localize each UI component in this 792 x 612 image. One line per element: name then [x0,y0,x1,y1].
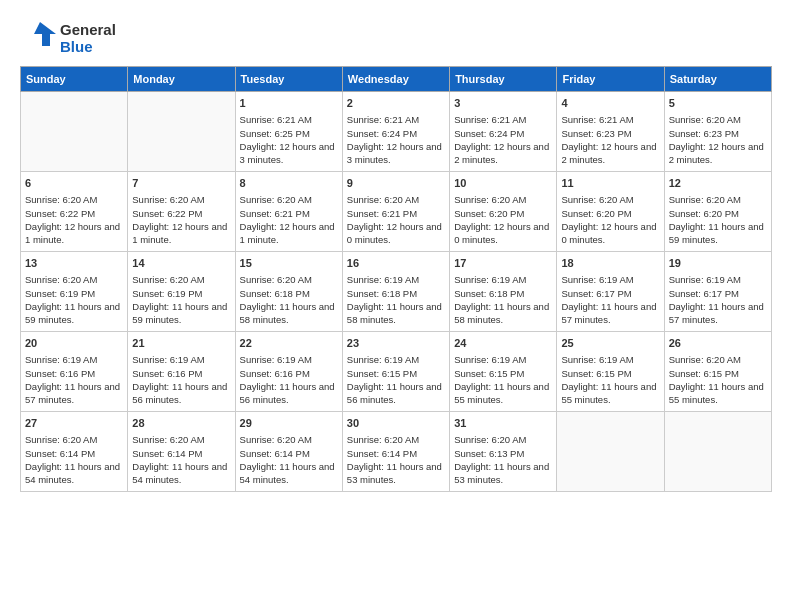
cell-info: Daylight: 12 hours and 1 minute. [25,221,120,245]
cell-info: Daylight: 12 hours and 3 minutes. [240,141,335,165]
cell-info: Sunset: 6:15 PM [454,368,524,379]
cell-info: Sunrise: 6:20 AM [240,274,312,285]
calendar-cell: 18Sunrise: 6:19 AMSunset: 6:17 PMDayligh… [557,252,664,332]
cell-info: Daylight: 11 hours and 55 minutes. [454,381,549,405]
day-number: 12 [669,176,767,191]
cell-info: Daylight: 12 hours and 0 minutes. [561,221,656,245]
cell-info: Sunrise: 6:20 AM [669,114,741,125]
calendar-cell: 30Sunrise: 6:20 AMSunset: 6:14 PMDayligh… [342,412,449,492]
calendar-cell [664,412,771,492]
cell-info: Sunrise: 6:19 AM [454,354,526,365]
calendar-cell: 29Sunrise: 6:20 AMSunset: 6:14 PMDayligh… [235,412,342,492]
cell-info: Daylight: 11 hours and 54 minutes. [132,461,227,485]
day-number: 31 [454,416,552,431]
cell-info: Daylight: 12 hours and 1 minute. [132,221,227,245]
cell-info: Sunrise: 6:20 AM [454,434,526,445]
cell-info: Sunset: 6:20 PM [669,208,739,219]
cell-info: Sunset: 6:22 PM [25,208,95,219]
cell-info: Sunrise: 6:21 AM [454,114,526,125]
cell-info: Daylight: 12 hours and 2 minutes. [454,141,549,165]
day-number: 2 [347,96,445,111]
header-friday: Friday [557,67,664,92]
cell-info: Daylight: 12 hours and 0 minutes. [347,221,442,245]
cell-info: Sunset: 6:21 PM [240,208,310,219]
cell-info: Sunrise: 6:19 AM [25,354,97,365]
calendar-cell: 13Sunrise: 6:20 AMSunset: 6:19 PMDayligh… [21,252,128,332]
calendar-cell: 12Sunrise: 6:20 AMSunset: 6:20 PMDayligh… [664,172,771,252]
cell-info: Sunrise: 6:19 AM [132,354,204,365]
day-number: 24 [454,336,552,351]
day-number: 1 [240,96,338,111]
calendar-cell: 15Sunrise: 6:20 AMSunset: 6:18 PMDayligh… [235,252,342,332]
day-number: 3 [454,96,552,111]
cell-info: Sunset: 6:15 PM [561,368,631,379]
day-number: 18 [561,256,659,271]
cell-info: Sunrise: 6:20 AM [240,434,312,445]
header-tuesday: Tuesday [235,67,342,92]
calendar-cell: 14Sunrise: 6:20 AMSunset: 6:19 PMDayligh… [128,252,235,332]
day-number: 28 [132,416,230,431]
cell-info: Sunset: 6:15 PM [669,368,739,379]
cell-info: Sunset: 6:15 PM [347,368,417,379]
calendar-cell: 8Sunrise: 6:20 AMSunset: 6:21 PMDaylight… [235,172,342,252]
cell-info: Sunrise: 6:20 AM [454,194,526,205]
svg-rect-0 [20,20,56,56]
cell-info: Sunrise: 6:20 AM [132,274,204,285]
cell-info: Sunset: 6:13 PM [454,448,524,459]
cell-info: Sunrise: 6:20 AM [25,194,97,205]
calendar-cell: 9Sunrise: 6:20 AMSunset: 6:21 PMDaylight… [342,172,449,252]
cell-info: Daylight: 12 hours and 2 minutes. [561,141,656,165]
cell-info: Sunset: 6:16 PM [240,368,310,379]
day-number: 7 [132,176,230,191]
cell-info: Sunrise: 6:19 AM [669,274,741,285]
cell-info: Sunset: 6:16 PM [132,368,202,379]
cell-info: Daylight: 11 hours and 57 minutes. [669,301,764,325]
day-number: 4 [561,96,659,111]
cell-info: Sunset: 6:24 PM [454,128,524,139]
cell-info: Sunset: 6:14 PM [132,448,202,459]
day-number: 30 [347,416,445,431]
logo: General Blue [20,20,116,56]
cell-info: Sunset: 6:24 PM [347,128,417,139]
cell-info: Daylight: 12 hours and 3 minutes. [347,141,442,165]
week-row-3: 13Sunrise: 6:20 AMSunset: 6:19 PMDayligh… [21,252,772,332]
day-number: 27 [25,416,123,431]
cell-info: Daylight: 12 hours and 0 minutes. [454,221,549,245]
calendar-cell: 21Sunrise: 6:19 AMSunset: 6:16 PMDayligh… [128,332,235,412]
calendar-cell: 19Sunrise: 6:19 AMSunset: 6:17 PMDayligh… [664,252,771,332]
calendar-cell [128,92,235,172]
cell-info: Sunrise: 6:19 AM [347,354,419,365]
cell-info: Sunset: 6:19 PM [132,288,202,299]
day-number: 26 [669,336,767,351]
cell-info: Sunrise: 6:21 AM [347,114,419,125]
cell-info: Sunrise: 6:19 AM [561,354,633,365]
calendar-cell: 2Sunrise: 6:21 AMSunset: 6:24 PMDaylight… [342,92,449,172]
cell-info: Daylight: 11 hours and 55 minutes. [669,381,764,405]
page-header: General Blue [20,20,772,56]
day-number: 10 [454,176,552,191]
cell-info: Sunrise: 6:20 AM [240,194,312,205]
header-monday: Monday [128,67,235,92]
cell-info: Daylight: 11 hours and 57 minutes. [25,381,120,405]
cell-info: Sunrise: 6:19 AM [240,354,312,365]
cell-info: Sunrise: 6:20 AM [347,434,419,445]
calendar-cell: 10Sunrise: 6:20 AMSunset: 6:20 PMDayligh… [450,172,557,252]
calendar-cell: 24Sunrise: 6:19 AMSunset: 6:15 PMDayligh… [450,332,557,412]
day-number: 17 [454,256,552,271]
cell-info: Sunrise: 6:20 AM [132,194,204,205]
cell-info: Daylight: 11 hours and 53 minutes. [347,461,442,485]
day-number: 23 [347,336,445,351]
day-number: 21 [132,336,230,351]
cell-info: Daylight: 11 hours and 56 minutes. [240,381,335,405]
cell-info: Sunrise: 6:20 AM [25,434,97,445]
logo-general-text: General [60,21,116,38]
cell-info: Daylight: 11 hours and 59 minutes. [132,301,227,325]
cell-info: Sunset: 6:17 PM [561,288,631,299]
cell-info: Sunrise: 6:20 AM [669,354,741,365]
calendar-cell: 7Sunrise: 6:20 AMSunset: 6:22 PMDaylight… [128,172,235,252]
cell-info: Sunset: 6:19 PM [25,288,95,299]
calendar-cell: 16Sunrise: 6:19 AMSunset: 6:18 PMDayligh… [342,252,449,332]
day-number: 11 [561,176,659,191]
cell-info: Daylight: 12 hours and 2 minutes. [669,141,764,165]
cell-info: Sunset: 6:22 PM [132,208,202,219]
